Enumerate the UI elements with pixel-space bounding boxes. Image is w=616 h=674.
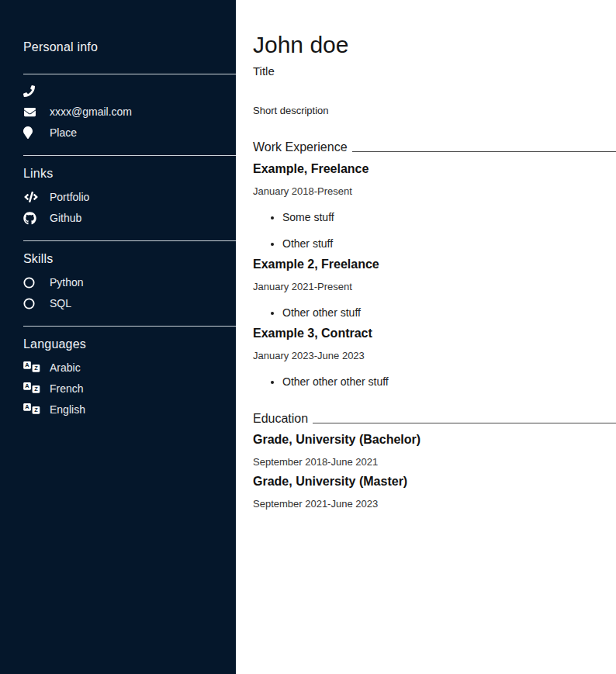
link-row-portfolio[interactable]: Portfolio xyxy=(23,190,236,204)
svg-text:Z: Z xyxy=(34,385,38,392)
section-heading: Education xyxy=(253,412,616,426)
languages-title: Languages xyxy=(23,337,236,351)
envelope-icon xyxy=(23,106,40,118)
sidebar: Personal info xxxx@gmail.com Place xyxy=(0,0,236,674)
links-title: Links xyxy=(23,167,236,181)
language-icon: AZ xyxy=(23,361,40,374)
bullet-item: Other other other stuff xyxy=(282,375,616,388)
education-section: Education Grade, University (Bachelor) S… xyxy=(253,412,616,510)
svg-text:Z: Z xyxy=(34,365,38,372)
separator xyxy=(23,155,236,156)
section-heading: Work Experience xyxy=(253,140,616,154)
entry-dates: September 2021-June 2023 xyxy=(253,498,616,510)
work-entry: Example 2, Freelance January 2021-Presen… xyxy=(253,258,616,319)
svg-text:Z: Z xyxy=(34,406,38,413)
contact-row-phone xyxy=(23,84,236,98)
link-label: Portfolio xyxy=(50,191,89,203)
work-experience-section: Work Experience Example, Freelance Janua… xyxy=(253,140,616,388)
circle-icon xyxy=(23,277,40,289)
language-label: English xyxy=(50,403,85,416)
location-icon xyxy=(23,126,40,139)
entry-dates: January 2021-Present xyxy=(253,281,616,292)
email-text: xxxx@gmail.com xyxy=(50,105,132,118)
code-icon xyxy=(23,192,40,202)
language-row: AZ French xyxy=(23,382,236,396)
education-entry: Grade, University (Bachelor) September 2… xyxy=(253,433,616,468)
entry-dates: January 2018-Present xyxy=(253,185,616,197)
skill-row: SQL xyxy=(23,296,236,310)
github-icon xyxy=(23,212,40,225)
heading-rule xyxy=(313,423,616,423)
job-title: Title xyxy=(253,64,616,78)
personal-info-title: Personal info xyxy=(23,40,236,54)
skill-row: Python xyxy=(23,275,236,289)
education-entry: Grade, University (Master) September 202… xyxy=(253,475,616,510)
separator xyxy=(23,74,236,74)
skill-label: Python xyxy=(50,276,84,289)
work-entry: Example 3, Contract January 2023-June 20… xyxy=(253,327,616,388)
page-title: John doe xyxy=(253,33,616,57)
section-heading-label: Work Experience xyxy=(253,140,348,154)
language-label: Arabic xyxy=(50,361,81,374)
resume-page: Personal info xxxx@gmail.com Place xyxy=(0,0,616,674)
language-icon: AZ xyxy=(23,382,40,395)
short-description: Short description xyxy=(253,105,616,116)
bullet-item: Other other stuff xyxy=(282,306,616,319)
place-text: Place xyxy=(50,126,77,139)
bullet-item: Some stuff xyxy=(282,211,616,223)
languages-section: Languages AZ Arabic AZ French AZ English xyxy=(23,337,236,416)
skills-title: Skills xyxy=(23,252,236,266)
main-content: John doe Title Short description Work Ex… xyxy=(253,0,616,510)
personal-info-section: Personal info xxxx@gmail.com Place xyxy=(23,40,236,140)
heading-rule xyxy=(352,151,616,152)
skills-section: Skills Python SQL xyxy=(23,252,236,310)
entry-title: Grade, University (Bachelor) xyxy=(253,433,616,447)
separator xyxy=(23,240,236,241)
section-heading-label: Education xyxy=(253,412,308,426)
link-label: Github xyxy=(50,212,81,224)
svg-text:A: A xyxy=(25,361,29,368)
entry-title: Example, Freelance xyxy=(253,162,616,176)
circle-icon xyxy=(23,298,40,309)
entry-title: Example 3, Contract xyxy=(253,327,616,340)
bullet-list: Other other other stuff xyxy=(253,375,616,388)
bullet-list: Some stuff Other stuff xyxy=(253,211,616,250)
contact-row-place: Place xyxy=(23,126,236,140)
work-entry: Example, Freelance January 2018-Present … xyxy=(253,162,616,250)
contact-row-email: xxxx@gmail.com xyxy=(23,105,236,119)
bullet-item: Other stuff xyxy=(282,237,616,250)
language-row: AZ Arabic xyxy=(23,361,236,375)
bullet-list: Other other stuff xyxy=(253,306,616,319)
phone-icon xyxy=(23,85,40,97)
entry-title: Example 2, Freelance xyxy=(253,258,616,271)
entry-dates: January 2023-June 2023 xyxy=(253,350,616,361)
entry-title: Grade, University (Master) xyxy=(253,475,616,489)
language-row: AZ English xyxy=(23,403,236,416)
svg-text:A: A xyxy=(25,382,29,389)
separator xyxy=(23,326,236,327)
skill-label: SQL xyxy=(50,297,71,309)
language-icon: AZ xyxy=(23,403,40,416)
language-label: French xyxy=(50,382,84,395)
entry-dates: September 2018-June 2021 xyxy=(253,456,616,468)
link-row-github[interactable]: Github xyxy=(23,211,236,225)
svg-text:A: A xyxy=(25,403,29,410)
links-section: Links Portfolio Github xyxy=(23,167,236,225)
